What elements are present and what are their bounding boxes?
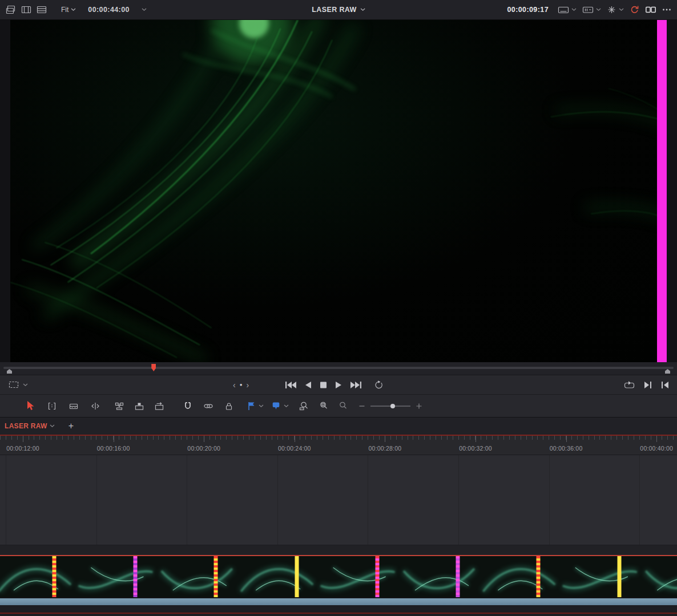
timeline-selector-dropdown[interactable]: LASER RAW [312,6,365,14]
scrubber-right-handle[interactable] [665,369,670,374]
clip-stripe [618,556,622,597]
edit-toolbar [0,395,677,418]
ruler-major-tick [566,436,567,442]
overwrite-clip-icon[interactable] [134,402,144,411]
play-reverse-button[interactable] [305,381,312,389]
goto-last-frame-button[interactable] [350,381,362,389]
zoom-in-icon[interactable] [416,403,422,410]
loop-clip-button[interactable] [624,380,635,390]
video-track-filmstrip[interactable] [0,556,677,597]
timeline-tabs: LASER RAW + [0,418,677,435]
track-gridline [458,455,459,545]
chevron-down-icon [596,8,601,11]
viewer-toolbar-right: 00:00:09:17 [507,5,671,14]
source-duration-timecode: 00:00:44:00 [88,6,130,14]
step-forward-button[interactable]: › [247,381,249,389]
track-gridline [96,455,97,545]
viewer-canvas[interactable] [10,20,667,362]
selection-tool[interactable] [26,395,35,417]
dynamic-trim-icon[interactable] [68,402,79,411]
timeline-tab-label: LASER RAW [5,422,47,430]
snapping-magnet-icon[interactable] [183,402,193,411]
marker-icon[interactable] [271,401,281,411]
clip-stripe [295,556,299,597]
custom-zoom-icon[interactable] [338,401,348,411]
chevron-down-icon [571,8,577,11]
linked-selection-icon[interactable] [203,402,213,411]
step-dot: ● [240,382,243,387]
chevron-down-icon [619,8,624,11]
viewer-scrubber[interactable] [0,362,677,375]
transport-bar: ‹ ● › [0,375,677,395]
chevron-down-icon [23,383,28,387]
output-display-dropdown[interactable] [558,5,577,14]
zoom-slider-group [358,395,422,417]
marker-options-chevron[interactable] [284,404,289,408]
cursor-arrow-icon [26,401,35,411]
viewer-toolbar: Fit 00:00:44:00 LASER RAW 00:00:09:17 [0,0,677,20]
zoom-slider[interactable] [370,402,410,411]
track-gridline [6,455,6,545]
clip-edit-tools [114,395,164,417]
resolution-badge-icon [582,5,594,14]
jump-to-start-button[interactable] [661,381,669,389]
scrubber-left-handle[interactable] [7,369,12,374]
viewer-image [10,20,667,362]
stop-button[interactable] [320,381,327,389]
ruler-major-tick [385,436,385,442]
replace-clip-icon[interactable] [154,402,164,411]
ruler-label: 00:00:32:00 [459,445,492,452]
loop-playback-button[interactable] [374,380,384,390]
edit-mode-tools [47,395,100,417]
audio-track[interactable] [0,598,677,605]
zoom-tools [299,395,348,417]
position-lock-icon[interactable] [224,402,234,411]
full-extent-zoom-icon[interactable] [299,401,309,411]
dual-screen-icon[interactable] [645,5,656,14]
play-forward-button[interactable] [335,381,342,389]
trim-edit-icon[interactable] [47,402,57,411]
timecode-options-chevron[interactable] [142,8,147,11]
timeline-view-icon[interactable] [37,5,47,14]
source-clip-icon[interactable] [6,5,16,14]
playback-quality-dropdown[interactable] [582,5,601,14]
chevron-down-icon [71,8,76,11]
blade-edit-icon[interactable] [90,402,100,411]
zoom-slider-handle[interactable] [390,404,395,408]
transport-controls [284,375,384,394]
chevron-down-icon [50,424,55,428]
timeline-track-area[interactable] [0,455,677,545]
insert-clip-icon[interactable] [114,402,124,411]
sync-icon[interactable] [630,5,639,14]
more-options-icon[interactable] [662,8,671,11]
ruler-label: 00:00:36:00 [550,445,583,452]
timeline-name: LASER RAW [312,6,357,14]
timeline-ruler[interactable]: 00:00:12:0000:00:16:0000:00:20:0000:00:2… [0,436,677,455]
effects-dropdown[interactable] [607,5,624,14]
viewer-panel [0,20,677,362]
track-gridline [368,455,368,545]
add-timeline-button[interactable]: + [68,422,74,431]
detail-zoom-icon[interactable] [319,401,329,411]
scrubber-playhead[interactable] [151,364,156,371]
track-gridline [639,455,640,545]
clip-stripe [134,556,138,597]
timeline-tab[interactable]: LASER RAW [5,422,55,430]
clip-stripe [456,556,460,597]
viewer-zoom-dropdown[interactable]: Fit [61,6,76,14]
zoom-out-icon[interactable] [358,403,365,410]
flag-marker-tools [247,395,289,417]
step-back-button[interactable]: ‹ [233,381,236,389]
flag-options-chevron[interactable] [259,404,264,408]
crop-icon [8,380,19,390]
scrubber-track[interactable] [3,367,674,369]
sparkle-icon [607,5,616,14]
play-to-end-button[interactable] [644,381,652,389]
goto-first-frame-button[interactable] [284,381,297,389]
ruler-major-tick [295,436,295,442]
crop-tool-dropdown[interactable] [8,375,28,394]
ruler-label: 00:00:24:00 [278,445,311,452]
source-tape-icon[interactable] [21,5,31,14]
clip-stripe [214,556,218,597]
flag-icon[interactable] [247,401,256,411]
